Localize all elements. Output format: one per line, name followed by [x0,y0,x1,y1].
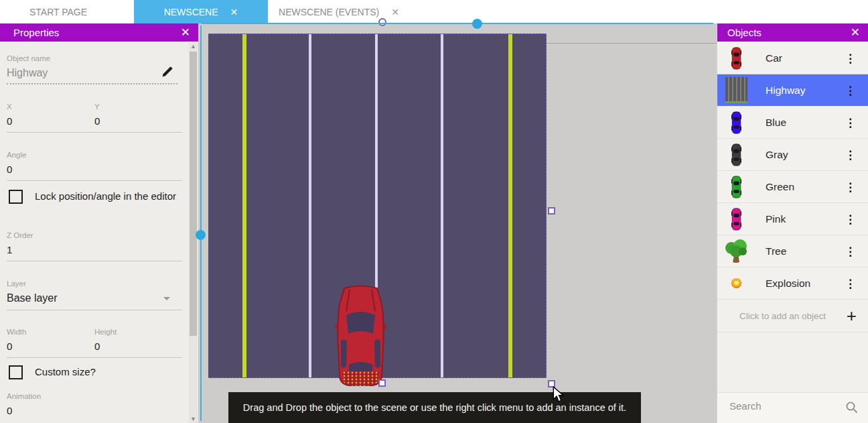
highway-icon [725,77,747,103]
rotate-handle[interactable] [378,18,386,26]
edit-pencil-icon[interactable] [161,65,174,78]
scroll-thumb[interactable] [190,52,197,336]
tree-icon [724,239,748,264]
properties-title: Properties [13,27,59,38]
size-field-row: Width 0 Height 0 [7,328,182,358]
x-field[interactable]: X 0 [7,103,94,127]
vertical-scrollbar[interactable] [200,25,202,421]
object-row-highway[interactable]: Highway ⋮ [717,74,868,107]
width-field[interactable]: Width 0 [7,328,94,352]
lane-line-white [441,34,443,377]
layer-select[interactable]: Layer Base layer [7,280,182,310]
object-name-value[interactable]: Highway [7,67,177,84]
properties-panel: Properties ✕ Object name Highway X 0 Y 0 [0,23,199,423]
object-label: Explosion [766,278,810,290]
lane-line-yellow [508,34,512,377]
chevron-down-icon[interactable] [163,297,170,300]
drag-tooltip-text: Drag and Drop the object to the scene or… [243,402,626,413]
horizontal-scrollbar[interactable] [202,23,713,24]
search-input[interactable] [728,400,831,412]
tab-close-icon[interactable]: ✕ [230,7,238,17]
object-row-tree[interactable]: Tree ⋮ [717,235,868,267]
z-order-field[interactable]: Z Order 1 [7,231,182,261]
kebab-menu-icon[interactable]: ⋮ [845,149,856,160]
tab-label: START PAGE [29,7,87,17]
car-icon [731,176,741,198]
kebab-menu-icon[interactable]: ⋮ [845,245,856,257]
close-icon[interactable]: ✕ [851,27,860,38]
lock-position-row: Lock position/angle in the editor [9,190,176,204]
car-icon [731,143,741,166]
car-icon [731,208,741,231]
object-row-pink[interactable]: Pink ⋮ [717,203,868,235]
tab-close-icon[interactable]: ✕ [391,7,399,17]
object-row-explosion[interactable]: Explosion ⋮ [717,267,868,300]
object-label: Green [766,181,794,193]
objects-panel: Objects ✕ Car ⋮ Highway ⋮ Blue ⋮ Gray ⋮ … [717,23,868,423]
car-icon [731,111,741,134]
add-object-row[interactable]: Click to add an object + [717,300,868,333]
lane-line-white [309,34,311,377]
explosion-icon [731,278,741,288]
close-icon[interactable]: ✕ [181,27,190,38]
mouse-cursor [553,386,564,403]
scroll-down-icon[interactable]: ▼ [189,415,198,423]
custom-size-row: Custom size? [9,365,176,380]
kebab-menu-icon[interactable]: ⋮ [845,278,856,289]
animation-field[interactable]: Animation 0 [7,392,182,416]
search-icon [845,401,859,414]
object-label: Blue [766,117,786,129]
object-name-field[interactable]: Object name Highway [7,54,177,84]
tab-label: NEWSCENE (EVENTS) [279,7,379,17]
horizontal-scrollbar-thumb[interactable] [472,19,482,29]
add-object-label: Click to add an object [739,311,826,321]
tab-newscene-events[interactable]: NEWSCENE (EVENTS) ✕ [268,0,410,23]
gdevelop-editor-window: START PAGE NEWSCENE ✕ NEWSCENE (EVENTS) … [0,0,868,423]
custom-size-label: Custom size? [35,364,96,380]
lock-checkbox-label: Lock position/angle in the editor [35,188,176,204]
object-row-car[interactable]: Car ⋮ [717,42,868,74]
scene-canvas[interactable]: Drag and Drop the object to the scene or… [199,23,717,423]
angle-field[interactable]: Angle 0 [7,151,182,181]
objects-header: Objects ✕ [717,23,868,42]
lane-line-yellow [242,34,246,377]
kebab-menu-icon[interactable]: ⋮ [845,52,856,64]
tab-start-page[interactable]: START PAGE [0,0,117,23]
object-label: Highway [766,84,805,97]
lock-checkbox[interactable] [9,190,23,204]
object-label: Car [766,52,782,64]
object-label: Pink [766,213,786,225]
search-bar [717,392,868,423]
kebab-menu-icon[interactable]: ⋮ [845,213,856,225]
car-icon [731,47,741,70]
selection-handle-bottom[interactable] [378,379,386,387]
object-label: Tree [766,245,786,257]
custom-size-checkbox[interactable] [9,365,23,379]
y-field[interactable]: Y 0 [94,103,100,127]
plus-icon[interactable]: + [847,307,857,324]
tab-bar: START PAGE NEWSCENE ✕ NEWSCENE (EVENTS) … [0,0,868,23]
scroll-up-icon[interactable]: ▲ [189,42,198,50]
kebab-menu-icon[interactable]: ⋮ [845,84,856,96]
game-window-border [547,43,717,44]
drag-tooltip: Drag and Drop the object to the scene or… [228,392,641,423]
tab-newscene[interactable]: NEWSCENE ✕ [134,0,268,23]
height-field[interactable]: Height 0 [94,328,117,352]
object-row-gray[interactable]: Gray ⋮ [717,139,868,171]
objects-title: Objects [727,27,762,38]
kebab-menu-icon[interactable]: ⋮ [845,181,856,192]
car-instance[interactable] [335,284,386,388]
vertical-scrollbar-thumb[interactable] [196,230,206,240]
selection-handle-right[interactable] [548,207,555,215]
properties-header: Properties ✕ [0,23,198,42]
kebab-menu-icon[interactable]: ⋮ [845,117,856,128]
object-label: Gray [766,149,788,161]
object-row-green[interactable]: Green ⋮ [717,171,868,203]
xy-field-row: X 0 Y 0 [7,103,182,133]
tab-label: NEWSCENE [164,7,218,17]
object-row-blue[interactable]: Blue ⋮ [717,107,868,139]
object-name-label: Object name [7,54,177,62]
